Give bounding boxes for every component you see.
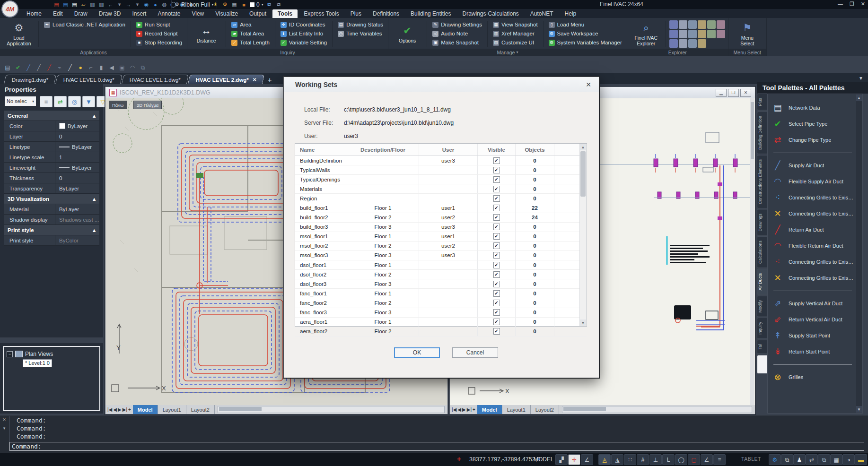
visible-checkbox[interactable]: ✓ bbox=[493, 309, 500, 316]
chevron-down-icon[interactable]: ▾ bbox=[3, 426, 6, 431]
undo-icon[interactable]: ← bbox=[107, 1, 114, 8]
sun-gear-icon[interactable]: ⚙ bbox=[221, 1, 228, 8]
palette-item-network-data[interactable]: ▤Network Data bbox=[772, 101, 854, 115]
dialog-close-icon[interactable]: ✕ bbox=[586, 81, 591, 88]
table-row[interactable]: aera_floor2Floor 2✓0 bbox=[295, 327, 587, 337]
close-icon[interactable]: ✕ bbox=[253, 77, 256, 82]
menu-tab-tools[interactable]: Tools bbox=[272, 9, 298, 18]
section-header-print-style[interactable]: Print style▴ bbox=[4, 225, 99, 235]
xref-manager-button[interactable]: ▥Xref Manager bbox=[491, 29, 540, 38]
menu-tab-view[interactable]: View bbox=[186, 9, 209, 18]
osnap-3d-icon[interactable]: ◮ bbox=[611, 454, 623, 465]
menu-tab-edit[interactable]: Edit bbox=[48, 9, 68, 18]
layout-nav-icon[interactable]: |◀ bbox=[452, 407, 456, 412]
angle-icon[interactable]: ∠ bbox=[701, 454, 713, 465]
chevron-down-icon[interactable]: ▾ bbox=[262, 2, 263, 7]
child-minimize-icon[interactable]: ▁ bbox=[716, 89, 727, 97]
drawing-status-button[interactable]: ▤Drawing Status bbox=[336, 20, 385, 29]
load-application-button[interactable]: ⚙LoadApplication bbox=[3, 19, 35, 49]
explorer-tool-icon[interactable] bbox=[688, 39, 697, 48]
osnap-icon[interactable]: ◬ bbox=[598, 454, 611, 465]
scroll-thumb[interactable] bbox=[219, 407, 262, 411]
property-value[interactable]: Shadows cast ... bbox=[55, 215, 99, 224]
table-row[interactable]: fanc_floor1Floor 1✓0 bbox=[295, 289, 587, 298]
doc-tab-hvac-level-2-dwg-[interactable]: HVAC LEVEL 2.dwg*✕ bbox=[188, 75, 265, 84]
palette-item-grilles[interactable]: ⊗Grilles bbox=[772, 370, 854, 384]
property-value[interactable]: 1 bbox=[55, 152, 99, 162]
wire-globe-icon[interactable]: ◍ bbox=[161, 1, 168, 8]
area-button[interactable]: ▱Area bbox=[229, 20, 272, 29]
visible-checkbox[interactable]: ✓ bbox=[493, 157, 500, 164]
explorer-tool-icon[interactable] bbox=[698, 39, 706, 48]
horizontal-scrollbar[interactable] bbox=[218, 406, 445, 413]
cancel-button[interactable]: Cancel bbox=[452, 347, 498, 358]
palette-item-return-air-duct[interactable]: ╱Return Air Duct bbox=[772, 223, 854, 237]
close-icon[interactable]: ✕ bbox=[2, 417, 6, 422]
user-icon[interactable]: ♟ bbox=[793, 454, 806, 465]
scroll-down-icon[interactable]: ▼ bbox=[580, 319, 586, 326]
menu-tab-home[interactable]: Home bbox=[21, 9, 47, 18]
snap-crosshair-icon[interactable]: ✛ bbox=[568, 454, 580, 465]
menu-tab-plus[interactable]: Plus bbox=[345, 9, 367, 18]
command-input[interactable]: Command: bbox=[9, 442, 864, 451]
property-row-linetype[interactable]: LinetypeByLayer bbox=[4, 142, 99, 152]
property-row-material[interactable]: MaterialByLayer bbox=[4, 204, 99, 215]
save-icon[interactable]: ▥ bbox=[89, 1, 96, 8]
table-row[interactable]: build_floor3Floor 3user3✓0 bbox=[295, 223, 587, 232]
right-nav[interactable]: |◀◀▶▶|+ bbox=[450, 407, 477, 412]
quick-select-icon[interactable]: ◎ bbox=[68, 96, 81, 107]
layout-tab-layout1[interactable]: Layout1 bbox=[158, 405, 186, 414]
drafting-icon[interactable]: ▞ bbox=[555, 454, 568, 465]
visible-checkbox[interactable]: ✓ bbox=[493, 271, 500, 278]
menu-tab-annotate[interactable]: Annotate bbox=[152, 9, 185, 18]
table-row[interactable]: msol_floor3Floor 3user3✓0 bbox=[295, 251, 587, 260]
bld-red-icon[interactable]: ▤ bbox=[53, 1, 60, 8]
redo-dropdown-icon[interactable]: ▾ bbox=[134, 1, 141, 8]
line-thin-icon[interactable]: ╱ bbox=[66, 64, 74, 71]
layout-nav-icon[interactable]: ◀ bbox=[113, 407, 117, 412]
column-header-user[interactable]: User bbox=[419, 144, 478, 155]
variable-setting-button[interactable]: ✓Variable Setting bbox=[279, 38, 329, 47]
table-row[interactable]: build_floor2Floor 2user2✓24 bbox=[295, 213, 587, 223]
selection-cycling-icon[interactable]: ▢ bbox=[688, 454, 700, 465]
sync-icon[interactable]: ⇄ bbox=[806, 454, 818, 465]
property-row-print-style[interactable]: Print styleByColor bbox=[4, 235, 99, 246]
audio-note-button[interactable]: ◁Audio Note bbox=[430, 29, 484, 38]
menu-tab-draw[interactable]: Draw bbox=[69, 9, 93, 18]
visible-checkbox[interactable]: ✓ bbox=[493, 252, 500, 259]
layout-tab-layout2[interactable]: Layout2 bbox=[531, 405, 559, 414]
table-row[interactable]: dsol_floor1Floor 1✓0 bbox=[295, 260, 587, 270]
menu-tab-definitions[interactable]: Definitions bbox=[368, 9, 404, 18]
system-variables-manager-button[interactable]: ⚙System Variables Manager bbox=[547, 38, 624, 47]
performance-icon[interactable]: ◑ bbox=[842, 454, 855, 465]
section-header-general[interactable]: General▴ bbox=[4, 111, 99, 121]
explorer-tool-icon[interactable] bbox=[669, 30, 678, 38]
palette-item-supply-air-duct[interactable]: ╱Supply Air Duct bbox=[772, 158, 854, 173]
property-value[interactable]: ByLayer bbox=[55, 163, 99, 173]
table-row[interactable]: Region✓0 bbox=[295, 194, 587, 203]
horizontal-scrollbar[interactable] bbox=[562, 406, 752, 413]
explorer-tool-icon[interactable] bbox=[679, 39, 687, 48]
visible-checkbox[interactable]: ✓ bbox=[493, 214, 500, 221]
layout-tab-model[interactable]: Model bbox=[477, 405, 502, 414]
property-row-color[interactable]: ColorByLayer bbox=[4, 121, 99, 131]
menu-tab-express-tools[interactable]: Express Tools bbox=[298, 9, 344, 18]
table-row[interactable]: dsol_floor2Floor 2✓0 bbox=[295, 270, 587, 279]
cube-icon[interactable]: ■ bbox=[240, 1, 247, 8]
palette-item-change-pipe-type[interactable]: ⇄Change Pipe Type bbox=[772, 133, 854, 147]
table-scrollbar[interactable]: ▲ ▼ bbox=[579, 144, 587, 326]
doc-icon[interactable]: ▤ bbox=[4, 64, 11, 71]
collapse-arrow-icon[interactable]: ▴ bbox=[93, 112, 96, 119]
explorer-tool-icon[interactable] bbox=[707, 30, 716, 38]
property-value[interactable]: ByLayer bbox=[55, 183, 99, 193]
palette-tab-constructions-elements[interactable]: Constructions Elements bbox=[757, 155, 767, 208]
view-snapshot-button[interactable]: ▦View Snapshot bbox=[491, 20, 540, 29]
table-row[interactable]: dsol_floor3Floor 3✓0 bbox=[295, 279, 587, 289]
explorer-tool-icon[interactable] bbox=[679, 20, 687, 29]
property-row-lineweight[interactable]: LineweightByLayer bbox=[4, 163, 99, 173]
maximize-icon[interactable]: ❐ bbox=[850, 1, 854, 7]
lightbulb-icon[interactable]: ☀ bbox=[212, 1, 219, 8]
scroll-thumb[interactable] bbox=[580, 151, 586, 197]
grid-2d-button[interactable]: 2D Πλέγμα bbox=[133, 101, 162, 109]
table-row[interactable]: TypicalOpenings✓0 bbox=[295, 175, 587, 184]
